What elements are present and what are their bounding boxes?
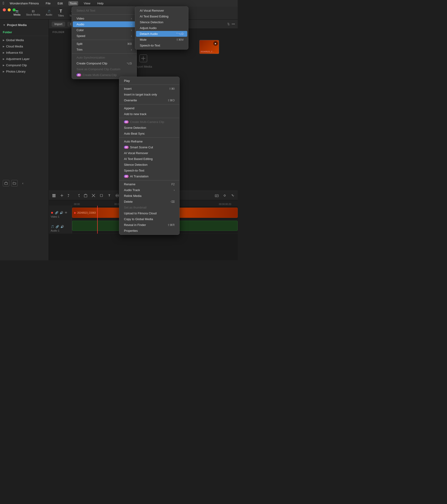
ruler-mark-20: 00:00:00:20: [219, 203, 231, 205]
chevron-right-icon-6: ▶: [3, 70, 5, 73]
redo-button[interactable]: [74, 192, 81, 199]
menu-adjust-audio[interactable]: Adjust Audio: [136, 25, 187, 31]
stock-icon: 🎞: [32, 10, 35, 13]
toolbar-stock[interactable]: 🎞 Stock Media: [24, 9, 43, 17]
sidebar-item-adjustment-layer[interactable]: ▶ Adjustment Layer: [0, 56, 49, 62]
apple-icon: : [3, 1, 4, 5]
fullscreen-button[interactable]: [13, 8, 16, 11]
sidebar-folder-label[interactable]: Folder: [0, 29, 49, 35]
ctx-silence-detection[interactable]: Silence Detection: [120, 162, 178, 168]
ctx-audio-track[interactable]: Audio Track ›: [120, 187, 178, 193]
sidebar-item-influence-kit[interactable]: ▶ Influence Kit: [0, 50, 49, 56]
ctx-smart-scene[interactable]: AI Smart Scene Cut: [120, 144, 178, 150]
menu-create-compound[interactable]: Create Compound Clip ⌥G: [73, 60, 136, 66]
menu-select-all-text: Select All Text: [73, 8, 136, 14]
undo-button[interactable]: [67, 192, 73, 199]
crop-button[interactable]: [98, 192, 105, 199]
ctx-properties[interactable]: Properties: [120, 228, 178, 234]
menu-silence-detection[interactable]: Silence Detection: [136, 19, 187, 25]
sidebar-item-global-media[interactable]: ▶ Global Media: [0, 37, 49, 43]
more-icon[interactable]: •••: [232, 22, 235, 26]
playhead[interactable]: [97, 206, 98, 234]
magnetic-snap-button[interactable]: [59, 192, 65, 199]
ctx-insert[interactable]: Insert ⇧⌘I: [120, 86, 178, 91]
ctx-relink[interactable]: Relink Media: [120, 193, 178, 199]
svg-rect-2: [52, 194, 56, 195]
minimize-button[interactable]: [8, 8, 11, 11]
sidebar-item-compound-clip[interactable]: ▶ Compound Clip: [0, 62, 49, 68]
menu-audio[interactable]: Audio ›: [73, 21, 136, 27]
clip-play-icon: ▶: [74, 211, 76, 214]
menu-trim[interactable]: Trim ›: [73, 47, 136, 53]
mute-shortcut: ⇧⌘M: [176, 38, 184, 41]
new-bin-button[interactable]: [3, 180, 9, 186]
influence-kit-label: Influence Kit: [6, 51, 23, 54]
media-thumbnail[interactable]: 20240523_C... ▶: [199, 40, 219, 54]
ctx-ai-badge-1: AI: [124, 120, 129, 124]
timeline-layout-button[interactable]: [51, 192, 57, 199]
menu-detach-audio[interactable]: Detach Audio ⌃⌥D: [136, 31, 187, 37]
ctx-add-track[interactable]: Add to new track: [120, 111, 178, 117]
sidebar-item-cloud-media[interactable]: ▶ Cloud Media: [0, 43, 49, 50]
track-eye-icon[interactable]: 👁: [65, 211, 67, 214]
ctx-auto-reframe[interactable]: Auto Reframe: [120, 139, 178, 144]
ctx-delete[interactable]: Delete ⌫: [120, 199, 178, 205]
subtitle-button[interactable]: [213, 192, 220, 199]
menu-video[interactable]: Video ›: [73, 16, 136, 21]
ctx-text-editing[interactable]: AI Text Based Editing: [120, 156, 178, 162]
ruler-mark-0: 00:00: [74, 203, 80, 205]
ctx-append[interactable]: Append: [120, 105, 178, 111]
track-audio-link-icon[interactable]: 🔗: [56, 225, 59, 228]
menu-color[interactable]: Color ›: [73, 27, 136, 33]
menubar-tools[interactable]: Tools: [68, 1, 78, 6]
menu-speed[interactable]: Speed ›: [73, 33, 136, 39]
toolbar-audio[interactable]: 🎵 Audio: [43, 9, 55, 17]
keyframe-button[interactable]: [222, 192, 228, 199]
ctx-scene-detection[interactable]: Scene Detection: [120, 125, 178, 131]
ctx-copy-global[interactable]: Copy to Global Media: [120, 216, 178, 222]
menu-split[interactable]: Split ⌘B: [73, 41, 136, 47]
import-button[interactable]: Import: [52, 22, 65, 27]
sidebar-bottom-actions: ‹: [0, 178, 49, 188]
sidebar-item-photos-library[interactable]: ▶ Photos Library: [0, 68, 49, 75]
import-media-button[interactable]: Import Media: [134, 54, 152, 68]
ctx-reveal[interactable]: Reveal in Finder ⇧⌘R: [120, 222, 178, 228]
ctx-insert-target[interactable]: Insert in target track only: [120, 91, 178, 97]
track-audio-volume-icon[interactable]: 🔊: [60, 225, 64, 228]
toolbar-media-label: Media: [14, 13, 20, 16]
delete-button[interactable]: [82, 192, 89, 199]
menubar-app-name[interactable]: Wondershare Filmora: [8, 1, 40, 6]
track-volume-icon[interactable]: 🔊: [60, 211, 63, 214]
new-folder-button[interactable]: [11, 180, 18, 186]
menubar-help[interactable]: Help: [96, 1, 105, 6]
toolbar-titles[interactable]: T Titles: [56, 8, 66, 18]
cut-button[interactable]: [90, 192, 97, 199]
menu-ai-text-editing[interactable]: AI Text Based Editing: [136, 14, 187, 19]
ctx-rename[interactable]: Rename F2: [120, 181, 178, 187]
ctx-overwrite[interactable]: Overwrite ⇧⌘O: [120, 97, 178, 103]
close-button[interactable]: [3, 8, 6, 11]
ctx-auto-beat[interactable]: Auto Beat Sync: [120, 131, 178, 136]
menu-ai-vocal-remover[interactable]: AI Vocal Remover: [136, 8, 187, 14]
track-record-icon[interactable]: ⏺: [51, 211, 54, 214]
ctx-sep-5: [119, 180, 179, 180]
track-audio-record-icon[interactable]: 🎵: [51, 225, 54, 228]
ctx-upload[interactable]: Upload to Filmora Cloud: [120, 210, 178, 216]
menu-speech-to-text[interactable]: Speech-to-Text: [136, 43, 187, 48]
arrow-icon: ›: [131, 17, 132, 20]
text-button[interactable]: T: [106, 192, 112, 199]
ctx-ai-translation[interactable]: AI AI Translation: [120, 173, 178, 179]
menubar-file[interactable]: File: [44, 1, 52, 6]
menu-mute[interactable]: Mute ⇧⌘M: [136, 37, 187, 43]
toolbar-audio-label: Audio: [46, 13, 52, 16]
filter-icon[interactable]: ⇅: [227, 22, 230, 26]
collapse-sidebar-button[interactable]: ‹: [19, 180, 26, 186]
ctx-speech-to-text[interactable]: Speech-to-Text: [120, 168, 178, 173]
menubar-view[interactable]: View: [82, 1, 92, 6]
audio-detach-button[interactable]: [229, 192, 236, 199]
track-link-icon[interactable]: 🔗: [55, 211, 58, 214]
menubar-edit[interactable]: Edit: [56, 1, 64, 6]
menu-sep-3: [72, 54, 136, 54]
ctx-play[interactable]: Play: [120, 78, 178, 84]
ctx-vocal-remover[interactable]: AI Vocal Remover: [120, 150, 178, 156]
